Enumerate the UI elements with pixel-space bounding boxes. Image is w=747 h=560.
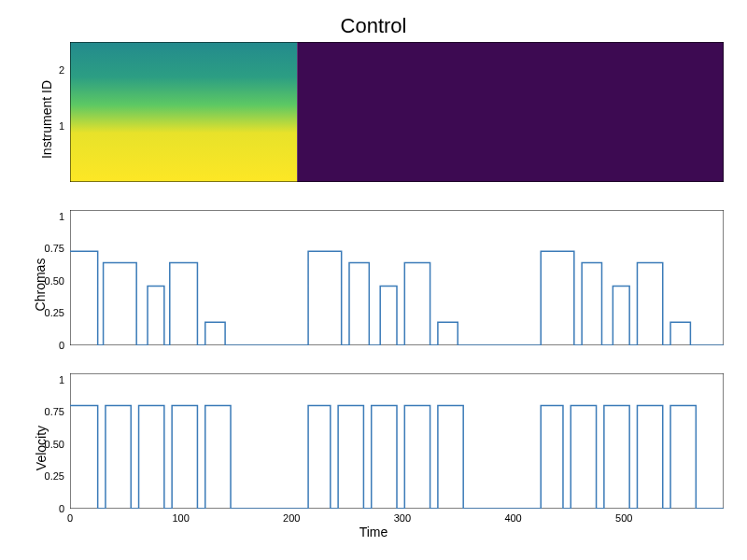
tick-label: 0.75 (45, 243, 70, 254)
tick-label: 200 (283, 509, 300, 524)
panel-velocity: 00.250.500.7510100200300400500 (70, 373, 724, 509)
tick-label: 0.25 (45, 307, 70, 318)
panel-instrument-id: 12 (70, 42, 724, 182)
tick-label: 0.25 (45, 470, 70, 482)
xlabel: Time (0, 525, 747, 539)
tick-label: 500 (615, 509, 632, 524)
tick-label: 2 (59, 64, 70, 76)
ylabel-chromas: Chromas (33, 259, 48, 312)
svg-rect-0 (70, 42, 297, 182)
tick-label: 0 (59, 340, 70, 351)
tick-label: 1 (59, 120, 70, 132)
tick-label: 0 (67, 509, 73, 524)
figure-title: Control (0, 14, 747, 38)
tick-label: 400 (504, 509, 521, 524)
svg-rect-1 (297, 42, 724, 182)
panel-chromas: 00.250.500.751 (70, 210, 724, 345)
tick-label: 300 (394, 509, 411, 524)
tick-label: 0.50 (45, 275, 70, 287)
ylabel-velocity: Velocity (34, 426, 49, 470)
ylabel-instrument-id: Instrument ID (39, 80, 54, 159)
tick-label: 1 (59, 211, 70, 222)
figure: Control 12 Instrument ID 00.250.500.75 (0, 0, 747, 560)
tick-label: 0.75 (45, 406, 70, 417)
tick-label: 1 (59, 374, 70, 385)
tick-label: 100 (172, 509, 189, 524)
